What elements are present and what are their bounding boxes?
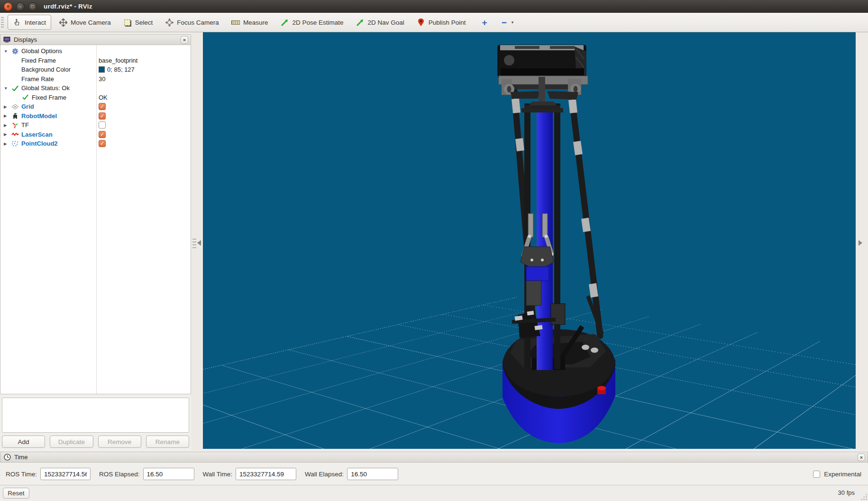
- status-ok-check-icon: [11, 84, 19, 92]
- robotmodel-enabled-checkbox[interactable]: [99, 112, 106, 120]
- status-ok-check-icon: [22, 94, 30, 101]
- rename-display-button[interactable]: Rename: [146, 436, 189, 448]
- tree-row-fixed-frame[interactable]: Fixed Frame base_footprint: [0, 56, 191, 65]
- window-maximize-button[interactable]: □: [28, 2, 37, 11]
- clock-icon: [3, 453, 11, 462]
- expand-arrow-icon[interactable]: ▶: [4, 132, 9, 137]
- expand-arrow-icon[interactable]: ▶: [4, 141, 9, 146]
- render-viewport[interactable]: [203, 32, 856, 449]
- displays-close-icon[interactable]: ×: [181, 36, 188, 44]
- select-icon: [123, 18, 132, 27]
- background-color-value[interactable]: 0; 85; 127: [99, 66, 135, 73]
- laserscan-icon: [11, 130, 19, 138]
- tree-row-tf[interactable]: ▶ TF: [0, 121, 191, 130]
- grid-enabled-checkbox[interactable]: [99, 103, 106, 110]
- expand-arrow-icon[interactable]: ▶: [4, 123, 9, 128]
- camera-lens: [504, 55, 514, 65]
- fixed-frame-status-value: OK: [99, 94, 108, 101]
- tool-focus-camera[interactable]: Focus Camera: [160, 15, 224, 30]
- tool-interact[interactable]: Interact: [8, 15, 51, 30]
- measure-ruler-icon: [231, 18, 240, 27]
- add-display-button[interactable]: Add: [2, 436, 45, 448]
- color-swatch: [99, 66, 105, 73]
- laserscan-enabled-checkbox[interactable]: [99, 131, 106, 138]
- tree-row-background-color[interactable]: Background Color 0; 85; 127: [0, 65, 191, 74]
- collapse-left-arrow-icon[interactable]: [197, 240, 201, 246]
- fps-counter: 30 fps: [838, 489, 855, 496]
- window-close-button[interactable]: ×: [4, 2, 12, 11]
- wall-elapsed-input[interactable]: [347, 468, 398, 480]
- robot-model: [203, 32, 856, 449]
- tool-measure[interactable]: Measure: [227, 15, 273, 30]
- expand-arrow-icon[interactable]: ▶: [4, 104, 9, 109]
- tool-label: 2D Nav Goal: [367, 19, 404, 26]
- left-splitter[interactable]: [191, 32, 203, 451]
- frame-rate-value[interactable]: 30: [99, 75, 105, 83]
- remove-display-button[interactable]: Remove: [98, 436, 141, 448]
- wall-time-input[interactable]: [236, 468, 296, 480]
- gear-icon: [11, 47, 19, 55]
- interact-hand-icon: [13, 18, 21, 27]
- tool-2d-pose-estimate[interactable]: 2D Pose Estimate: [275, 15, 348, 30]
- camera-head: [498, 45, 588, 109]
- tree-row-robotmodel[interactable]: ▶ RobotModel: [0, 111, 191, 121]
- tool-move-camera[interactable]: Move Camera: [54, 15, 116, 30]
- experimental-checkbox[interactable]: [813, 471, 820, 478]
- tree-row-laserscan[interactable]: ▶ LaserScan: [0, 130, 191, 139]
- tool-label: Measure: [243, 19, 268, 26]
- tree-row-grid[interactable]: ▶ Grid: [0, 102, 191, 111]
- status-bar: Reset 30 fps: [0, 485, 868, 501]
- tool-add[interactable]: +: [477, 15, 492, 30]
- tool-2d-nav-goal[interactable]: 2D Nav Goal: [351, 15, 409, 30]
- tool-remove[interactable]: − ▾: [497, 15, 519, 30]
- tool-select[interactable]: Select: [119, 15, 158, 30]
- tool-label: 2D Pose Estimate: [292, 19, 343, 26]
- ros-elapsed-input[interactable]: [143, 468, 194, 480]
- tree-row-global-options[interactable]: ▼ Global Options: [0, 46, 191, 56]
- fixed-frame-value[interactable]: base_footprint: [99, 57, 137, 64]
- displays-panel-title: Displays: [14, 36, 37, 43]
- tf-axes-icon: [11, 121, 19, 129]
- splitter-handle-dots[interactable]: [192, 239, 196, 248]
- expand-arrow-icon[interactable]: ▼: [4, 49, 9, 54]
- displays-tree[interactable]: ▼ Global Options Fixed Frame base_footpr…: [0, 45, 191, 394]
- resize-grip[interactable]: [860, 493, 867, 500]
- right-splitter[interactable]: [856, 32, 868, 451]
- wall-time-label: Wall Time:: [203, 471, 233, 478]
- toolbar: Interact Move Camera Select Focus Camera…: [0, 13, 868, 32]
- time-panel-header[interactable]: Time ×: [0, 452, 868, 463]
- collapse-right-arrow-icon[interactable]: [859, 240, 862, 246]
- remove-tool-dropdown-icon[interactable]: ▾: [512, 20, 514, 25]
- tree-row-global-status[interactable]: ▼ Global Status: Ok: [0, 84, 191, 93]
- robot-model-icon: [11, 112, 19, 120]
- ros-time-input[interactable]: [40, 468, 91, 480]
- remove-tool-minus-icon: −: [502, 18, 507, 27]
- window-minimize-button[interactable]: –: [16, 2, 25, 11]
- tree-row-pointcloud2[interactable]: ▶ PointCloud2: [0, 139, 191, 148]
- tree-row-fixed-frame-status[interactable]: Fixed Frame OK: [0, 93, 191, 102]
- nav-goal-arrow-icon: [356, 18, 364, 27]
- wall-elapsed-label: Wall Elapsed:: [305, 471, 344, 478]
- experimental-label: Experimental: [824, 471, 861, 478]
- pointcloud2-enabled-checkbox[interactable]: [99, 140, 106, 147]
- time-panel-title: Time: [14, 454, 27, 461]
- time-fields-row: ROS Time: ROS Elapsed: Wall Time: Wall E…: [0, 465, 868, 483]
- window-title: urdf.rviz* - RViz: [44, 3, 92, 10]
- publish-point-pin-icon: [417, 18, 425, 27]
- ros-time-label: ROS Time:: [6, 471, 37, 478]
- tool-publish-point[interactable]: Publish Point: [412, 15, 471, 30]
- tool-label: Select: [135, 19, 153, 26]
- displays-panel-header[interactable]: Displays ×: [0, 34, 191, 45]
- grid-display-icon: [11, 103, 19, 111]
- move-camera-icon: [59, 18, 67, 27]
- tf-enabled-checkbox[interactable]: [99, 121, 106, 129]
- displays-icon: [2, 36, 11, 44]
- expand-arrow-icon[interactable]: ▶: [4, 113, 9, 118]
- expand-arrow-icon[interactable]: ▼: [4, 86, 9, 91]
- time-panel-close-icon[interactable]: ×: [858, 454, 865, 461]
- time-panel: Time × ROS Time: ROS Elapsed: Wall Time:…: [0, 451, 868, 485]
- toolbar-drag-handle[interactable]: [1, 17, 4, 28]
- tree-row-frame-rate[interactable]: Frame Rate 30: [0, 74, 191, 84]
- duplicate-display-button[interactable]: Duplicate: [50, 436, 93, 448]
- reset-button[interactable]: Reset: [3, 488, 29, 499]
